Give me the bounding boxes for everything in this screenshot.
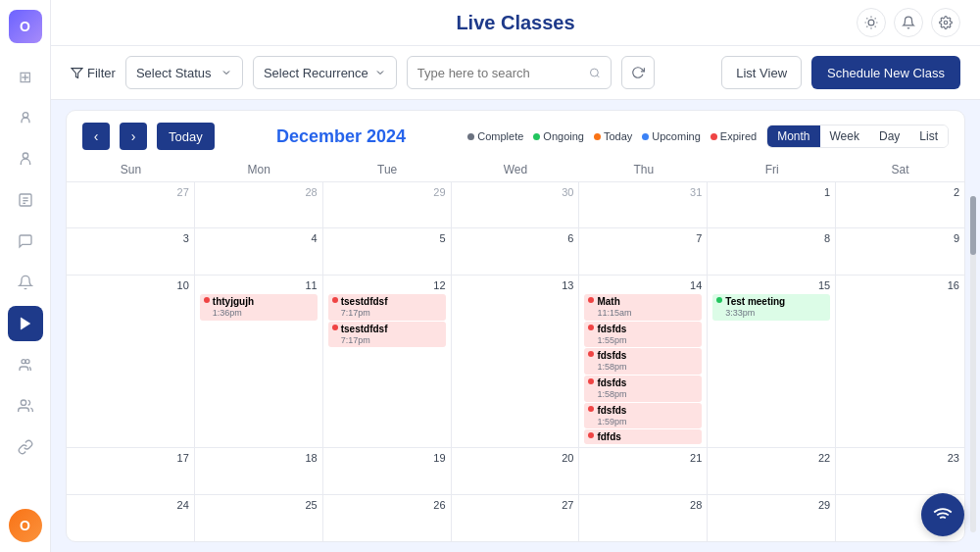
- svg-line-13: [866, 18, 867, 19]
- cal-cell[interactable]: 6: [452, 228, 580, 274]
- svg-point-9: [21, 400, 25, 405]
- cal-cell[interactable]: 8: [708, 228, 836, 274]
- sidebar-item-achievements[interactable]: [8, 388, 43, 424]
- sidebar-item-users[interactable]: [8, 141, 43, 176]
- svg-point-1: [23, 153, 27, 158]
- tab-day[interactable]: Day: [869, 125, 909, 147]
- day-header-tue: Tue: [323, 158, 452, 181]
- sidebar: O ⊞ O: [0, 0, 51, 552]
- svg-line-14: [875, 26, 876, 27]
- tab-list[interactable]: List: [909, 125, 948, 147]
- sidebar-item-chat[interactable]: [8, 224, 43, 259]
- cal-cell[interactable]: 19: [323, 448, 452, 493]
- event-pill[interactable]: fdsfds 1:55pm: [584, 322, 702, 348]
- cal-cell[interactable]: 1: [708, 182, 836, 227]
- cal-cell[interactable]: 30: [452, 182, 580, 227]
- sidebar-item-live-classes[interactable]: [8, 306, 43, 341]
- svg-point-8: [25, 360, 29, 364]
- calendar-grid: Sun Mon Tue Wed Thu Fri Sat 27 28 29 30 …: [67, 158, 964, 541]
- cal-cell[interactable]: 21: [579, 448, 708, 493]
- cal-cell[interactable]: 2: [836, 182, 964, 227]
- event-pill[interactable]: Test meeting 3:33pm: [712, 294, 830, 321]
- search-input[interactable]: [417, 66, 583, 80]
- cal-cell[interactable]: 23: [836, 448, 964, 493]
- cal-cell[interactable]: 28: [579, 495, 708, 541]
- sidebar-item-courses[interactable]: [8, 100, 43, 135]
- search-box[interactable]: [407, 56, 612, 89]
- sidebar-item-announcements[interactable]: [8, 265, 43, 300]
- sidebar-item-groups[interactable]: [8, 347, 43, 382]
- list-view-button[interactable]: List View: [721, 56, 802, 89]
- cal-cell[interactable]: 27: [452, 495, 580, 541]
- app-logo[interactable]: O: [9, 10, 42, 43]
- svg-marker-6: [21, 318, 29, 329]
- cal-cell[interactable]: 28: [195, 182, 323, 227]
- event-pill[interactable]: fdsfds 1:59pm: [584, 403, 702, 429]
- event-dot: [588, 432, 594, 438]
- help-widget[interactable]: [921, 493, 964, 536]
- tab-week[interactable]: Week: [820, 125, 869, 147]
- event-dot: [332, 297, 338, 303]
- cal-cell[interactable]: 29: [708, 495, 836, 541]
- main-content: Live Classes Filter Select Status Select…: [51, 0, 980, 552]
- svg-point-19: [944, 21, 948, 25]
- cal-cell[interactable]: 11 thtyjgujh 1:36pm: [195, 276, 323, 448]
- cal-cell[interactable]: 12 tsestdfdsf 7:17pm tsestdfdsf: [323, 276, 452, 448]
- cal-cell[interactable]: 24: [67, 495, 195, 541]
- schedule-new-class-button[interactable]: Schedule New Class: [811, 56, 960, 89]
- legend: Complete Ongoing Today Upcoming Expired: [467, 130, 757, 142]
- cal-cell[interactable]: 22: [708, 448, 836, 493]
- cal-cell[interactable]: 15 Test meeting 3:33pm: [708, 276, 836, 448]
- scrollbar-track[interactable]: [970, 196, 976, 532]
- day-header-mon: Mon: [195, 158, 323, 181]
- event-pill[interactable]: thtyjgujh 1:36pm: [200, 294, 318, 321]
- tab-month[interactable]: Month: [767, 125, 819, 147]
- avatar[interactable]: O: [9, 509, 42, 542]
- event-pill[interactable]: tsestdfdsf 7:17pm: [328, 294, 446, 321]
- cal-cell[interactable]: 27: [67, 182, 195, 227]
- cal-cell[interactable]: 16: [836, 276, 964, 448]
- event-pill[interactable]: fdsfds 1:58pm: [584, 348, 702, 375]
- event-dot: [204, 297, 210, 303]
- svg-line-22: [597, 75, 599, 76]
- cal-cell[interactable]: 17: [67, 448, 195, 493]
- cal-cell[interactable]: 9: [836, 228, 964, 274]
- cal-cell[interactable]: 25: [195, 495, 323, 541]
- event-dot: [588, 297, 594, 303]
- cal-cell[interactable]: 20: [452, 448, 580, 493]
- cal-cell[interactable]: 26: [323, 495, 452, 541]
- week-row: 24 25 26 27 28 29 30: [67, 495, 964, 541]
- event-pill[interactable]: Math 11:15am: [584, 294, 702, 321]
- sidebar-item-dashboard[interactable]: ⊞: [8, 59, 43, 94]
- event-dot: [588, 378, 594, 384]
- status-select[interactable]: Select Status: [125, 56, 243, 89]
- gear-icon-btn[interactable]: [931, 8, 960, 37]
- next-month-button[interactable]: ›: [120, 123, 147, 150]
- sidebar-item-reports[interactable]: [8, 182, 43, 218]
- recurrence-select[interactable]: Select Recurrence: [253, 56, 397, 89]
- event-dot: [332, 325, 338, 330]
- today-button[interactable]: Today: [157, 123, 215, 150]
- event-pill[interactable]: tsestdfdsf 7:17pm: [328, 322, 446, 348]
- cal-cell[interactable]: 29: [323, 182, 452, 227]
- cal-cell[interactable]: 3: [67, 228, 195, 274]
- cal-cell[interactable]: 4: [195, 228, 323, 274]
- cal-cell[interactable]: 18: [195, 448, 323, 493]
- cal-cell[interactable]: 5: [323, 228, 452, 274]
- legend-today: Today: [594, 130, 632, 142]
- cal-cell[interactable]: 31: [579, 182, 708, 227]
- lightbulb-icon-btn[interactable]: [857, 8, 886, 37]
- refresh-button[interactable]: [621, 56, 655, 89]
- bell-icon-btn[interactable]: [894, 8, 923, 37]
- cal-cell[interactable]: 13: [452, 276, 580, 448]
- event-pill[interactable]: fdfds: [584, 429, 702, 444]
- cal-cell[interactable]: 14 Math 11:15am fdsfds: [579, 276, 708, 448]
- prev-month-button[interactable]: ‹: [82, 123, 110, 150]
- sidebar-item-integrations[interactable]: [8, 429, 43, 465]
- week-row: 17 18 19 20 21 22 23: [67, 448, 964, 494]
- event-pill[interactable]: fdsfds 1:58pm: [584, 376, 702, 402]
- cal-cell[interactable]: 7: [579, 228, 708, 274]
- scrollbar-thumb[interactable]: [970, 196, 976, 255]
- cal-cell[interactable]: 10: [67, 276, 195, 448]
- legend-expired: Expired: [710, 130, 757, 142]
